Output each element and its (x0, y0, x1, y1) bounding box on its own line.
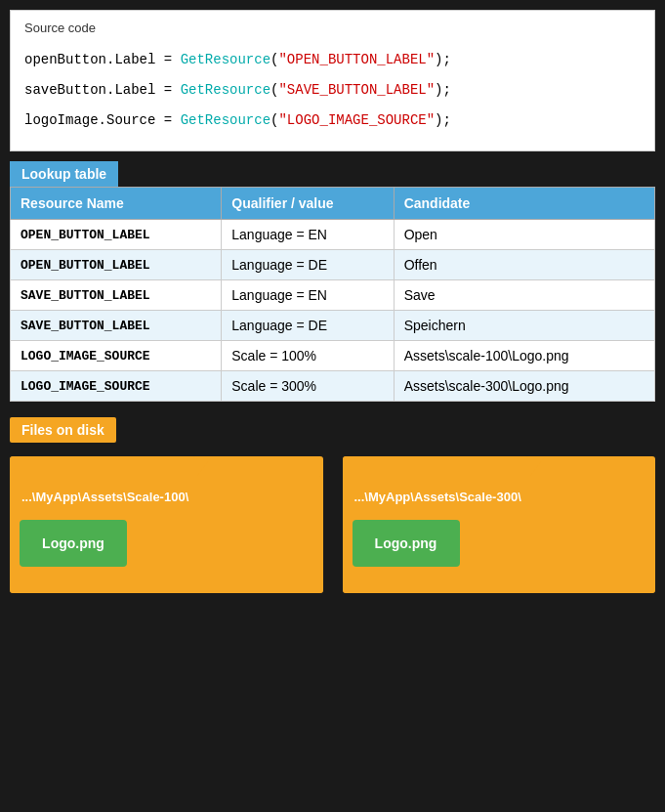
resource-name-cell: LOGO_IMAGE_SOURCE (11, 371, 222, 402)
resource-name-cell: LOGO_IMAGE_SOURCE (11, 341, 222, 371)
folder-shape: ...\MyApp\Assets\Scale-300\ Logo.png (343, 456, 656, 593)
code-line-2: saveButton.Label = GetResource("SAVE_BUT… (24, 75, 641, 106)
qualifier-cell: Scale = 300% (222, 371, 394, 402)
candidate-cell: Open (394, 220, 654, 250)
folders-row: ...\MyApp\Assets\Scale-100\ Logo.png ...… (10, 456, 655, 593)
code-line-3: logoImage.Source = GetResource("LOGO_IMA… (24, 106, 641, 136)
code-arg-2: "SAVE_BUTTON_LABEL" (278, 82, 435, 98)
table-row: LOGO_IMAGE_SOURCEScale = 300%Assets\scal… (11, 371, 655, 402)
candidate-cell: Save (394, 280, 654, 311)
qualifier-cell: Scale = 100% (222, 341, 394, 371)
folder-shape: ...\MyApp\Assets\Scale-100\ Logo.png (10, 456, 323, 593)
folder-tab (343, 456, 530, 476)
lookup-table: Resource Name Qualifier / value Candidat… (10, 187, 655, 402)
table-row: SAVE_BUTTON_LABELLanguage = ENSave (11, 280, 655, 311)
code-paren-close-2: ); (435, 82, 451, 98)
lookup-section: Lookup table Resource Name Qualifier / v… (10, 161, 655, 402)
file-item: Logo.png (353, 520, 460, 567)
table-row: LOGO_IMAGE_SOURCEScale = 100%Assets\scal… (11, 341, 655, 371)
source-code-section: Source code openButton.Label = GetResour… (10, 10, 655, 151)
code-arg-3: "LOGO_IMAGE_SOURCE" (278, 112, 435, 128)
code-paren-close-1: ); (435, 52, 451, 67)
folder-container: ...\MyApp\Assets\Scale-300\ Logo.png (343, 456, 656, 593)
folder-tab (10, 456, 197, 476)
folder-path: ...\MyApp\Assets\Scale-100\ (20, 486, 313, 508)
candidate-cell: Speichern (394, 311, 654, 341)
table-row: OPEN_BUTTON_LABELLanguage = ENOpen (11, 220, 655, 250)
candidate-cell: Offen (394, 250, 654, 280)
col-header-resource-name: Resource Name (11, 188, 222, 220)
code-fn-3: GetResource (181, 112, 270, 128)
code-fn-1: GetResource (181, 52, 270, 67)
files-on-disk-label: Files on disk (10, 417, 116, 443)
qualifier-cell: Language = DE (222, 250, 394, 280)
qualifier-cell: Language = EN (222, 220, 394, 250)
col-header-qualifier: Qualifier / value (222, 188, 394, 220)
files-section: Files on disk ...\MyApp\Assets\Scale-100… (10, 417, 655, 593)
table-header-row: Resource Name Qualifier / value Candidat… (11, 188, 655, 220)
qualifier-cell: Language = DE (222, 311, 394, 341)
code-block: openButton.Label = GetResource("OPEN_BUT… (24, 45, 641, 135)
code-prefix-2: saveButton.Label = (24, 82, 181, 98)
folder-path: ...\MyApp\Assets\Scale-300\ (353, 486, 646, 508)
table-row: SAVE_BUTTON_LABELLanguage = DESpeichern (11, 311, 655, 341)
folder-body: ...\MyApp\Assets\Scale-300\ Logo.png (343, 476, 656, 593)
candidate-cell: Assets\scale-100\Logo.png (394, 341, 654, 371)
resource-name-cell: SAVE_BUTTON_LABEL (11, 280, 222, 311)
source-code-title: Source code (24, 21, 641, 35)
resource-name-cell: SAVE_BUTTON_LABEL (11, 311, 222, 341)
resource-name-cell: OPEN_BUTTON_LABEL (11, 220, 222, 250)
col-header-candidate: Candidate (394, 188, 654, 220)
candidate-cell: Assets\scale-300\Logo.png (394, 371, 654, 402)
code-fn-2: GetResource (181, 82, 270, 98)
folder-container: ...\MyApp\Assets\Scale-100\ Logo.png (10, 456, 323, 593)
qualifier-cell: Language = EN (222, 280, 394, 311)
code-arg-1: "OPEN_BUTTON_LABEL" (278, 52, 435, 67)
folder-body: ...\MyApp\Assets\Scale-100\ Logo.png (10, 476, 323, 593)
code-line-1: openButton.Label = GetResource("OPEN_BUT… (24, 45, 641, 75)
code-prefix-3: logoImage.Source = (24, 112, 181, 128)
lookup-table-label: Lookup table (10, 161, 118, 187)
file-item: Logo.png (20, 520, 127, 567)
resource-name-cell: OPEN_BUTTON_LABEL (11, 250, 222, 280)
code-prefix-1: openButton.Label = (24, 52, 181, 67)
table-row: OPEN_BUTTON_LABELLanguage = DEOffen (11, 250, 655, 280)
code-paren-close-3: ); (435, 112, 451, 128)
